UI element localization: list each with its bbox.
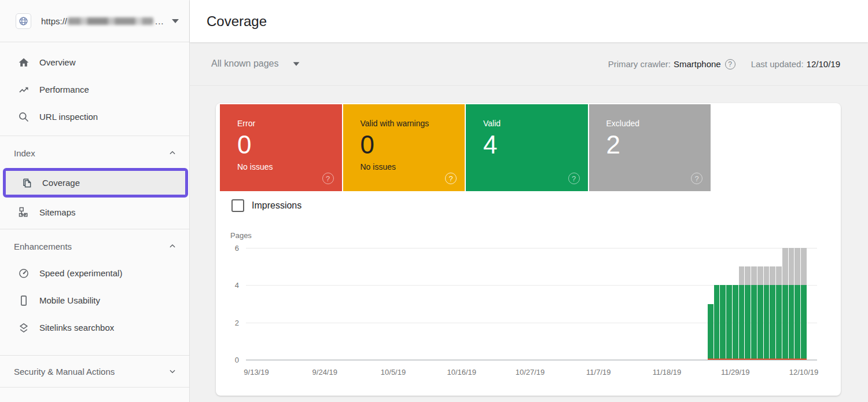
chart-bar-excluded[interactable] <box>782 248 788 285</box>
sidebar: https://... Overview Performance <box>0 0 190 402</box>
sidebar-item-url-inspection[interactable]: URL inspection <box>0 103 189 130</box>
chart-bar-valid[interactable] <box>782 285 788 360</box>
chart-bar-valid[interactable] <box>770 285 775 360</box>
chart-bar-excluded[interactable] <box>757 266 763 285</box>
help-circle-icon[interactable]: ? <box>322 173 334 184</box>
sidebar-item-performance[interactable]: Performance <box>0 76 189 103</box>
chart-bar-excluded[interactable] <box>801 248 807 285</box>
coverage-annotation-box: Coverage <box>3 168 188 198</box>
chart-bar-valid[interactable] <box>714 285 720 360</box>
x-tick-label: 9/13/19 <box>244 368 269 377</box>
status-card-valid-with-warnings[interactable]: Valid with warnings 0 No issues ? <box>343 104 465 191</box>
page-title: Coverage <box>207 13 267 30</box>
chart-bar-valid[interactable] <box>751 285 757 360</box>
performance-icon <box>17 84 30 96</box>
chart-bar-valid[interactable] <box>776 285 782 360</box>
chart-bar-valid[interactable] <box>795 285 800 360</box>
status-card-error[interactable]: Error 0 No issues ? <box>220 104 342 191</box>
property-favicon-box <box>16 13 31 29</box>
property-dropdown-caret-icon[interactable] <box>172 19 179 23</box>
help-circle-icon[interactable]: ? <box>691 173 703 184</box>
card-label: Excluded <box>606 119 711 128</box>
primary-crawler-label: Primary crawler: <box>608 59 671 69</box>
chevron-up-icon <box>168 149 176 159</box>
impressions-checkbox[interactable] <box>231 199 244 212</box>
x-tick-label: 9/24/19 <box>312 368 337 377</box>
page-filter-dropdown[interactable]: All known pages <box>211 59 300 69</box>
sidebar-item-overview[interactable]: Overview <box>0 49 189 76</box>
property-selector[interactable]: https://... <box>0 0 189 42</box>
sidebar-item-sitemaps[interactable]: Sitemaps <box>0 200 189 224</box>
chart-bar-excluded[interactable] <box>789 248 795 285</box>
chart-bar-excluded[interactable] <box>739 266 745 285</box>
chart-bar-excluded[interactable] <box>764 266 770 285</box>
chart-bar-excluded[interactable] <box>745 266 751 285</box>
x-tick-label: 11/7/19 <box>586 368 610 377</box>
sitelinks-layers-icon <box>17 322 30 334</box>
y-tick-label: 0 <box>216 356 239 364</box>
chart-y-axis-title: Pages <box>230 231 252 240</box>
sidebar-item-sitelinks-searchbox[interactable]: Sitelinks searchbox <box>0 314 189 341</box>
sidebar-item-coverage[interactable]: Coverage <box>6 171 185 195</box>
home-icon <box>17 57 30 68</box>
impressions-label: Impressions <box>252 200 301 211</box>
chart-bar-valid[interactable] <box>745 285 751 360</box>
sidebar-item-label: Mobile Usability <box>39 295 100 305</box>
sidebar-section-index: Index Coverage Sitemaps <box>0 136 189 229</box>
sidebar-item-label: URL inspection <box>39 112 98 122</box>
globe-icon <box>19 16 28 26</box>
chart-error-baseline <box>708 359 807 360</box>
chart-y-labels: 6420 <box>216 248 239 360</box>
card-count: 4 <box>483 130 588 160</box>
status-cards: Error 0 No issues ? Valid with warnings … <box>220 104 711 191</box>
sidebar-item-speed[interactable]: Speed (experimental) <box>0 260 189 287</box>
card-label: Error <box>237 119 342 128</box>
sidebar-item-label: Performance <box>39 85 89 94</box>
page-filter-label: All known pages <box>211 59 279 69</box>
chart-bar-excluded[interactable] <box>770 266 775 285</box>
chart-bar-valid[interactable] <box>789 285 795 360</box>
card-label: Valid <box>483 119 588 128</box>
mobile-phone-icon <box>17 295 30 306</box>
help-circle-icon[interactable]: ? <box>725 59 735 70</box>
status-card-excluded[interactable]: Excluded 2 ? <box>589 104 711 191</box>
sidebar-section-enhancements: Enhancements Speed (experimental) Mobile… <box>0 229 189 346</box>
toolbar: All known pages Primary crawler: Smartph… <box>190 42 868 86</box>
card-count: 0 <box>237 130 342 160</box>
primary-crawler-value: Smartphone <box>674 59 721 69</box>
impressions-toggle[interactable]: Impressions <box>231 199 301 212</box>
chart-bar-valid[interactable] <box>708 304 713 360</box>
chart-bar-valid[interactable] <box>764 285 770 360</box>
property-url-prefix: https:// <box>41 16 67 26</box>
chart-bar-valid[interactable] <box>733 285 738 360</box>
chevron-down-icon <box>168 367 176 378</box>
chart-bar-valid[interactable] <box>757 285 763 360</box>
property-url: https://... <box>41 16 164 26</box>
x-tick-label: 11/29/19 <box>721 368 750 377</box>
chart-bar-valid[interactable] <box>739 285 745 360</box>
x-tick-label: 10/5/19 <box>381 368 406 377</box>
chart-bar-excluded[interactable] <box>795 248 800 285</box>
status-card-valid[interactable]: Valid 4 ? <box>466 104 588 191</box>
search-console-coverage-page: https://... Overview Performance <box>0 0 868 402</box>
chart-bar-valid[interactable] <box>801 285 807 360</box>
chart-bar-valid[interactable] <box>726 285 732 360</box>
section-header-security-manual-actions[interactable]: Security & Manual Actions <box>0 356 189 387</box>
content-area: Error 0 No issues ? Valid with warnings … <box>190 86 868 402</box>
section-header-enhancements[interactable]: Enhancements <box>0 233 189 260</box>
section-label: Index <box>14 148 35 158</box>
chart-bar-excluded[interactable] <box>776 266 782 285</box>
chart-bar-valid[interactable] <box>720 285 726 360</box>
x-axis-line <box>246 360 817 360</box>
x-tick-label: 12/10/19 <box>789 368 819 377</box>
sidebar-item-label: Overview <box>39 57 76 67</box>
chart-bar-excluded[interactable] <box>751 266 757 285</box>
card-label: Valid with warnings <box>361 119 465 128</box>
help-circle-icon[interactable]: ? <box>568 173 580 184</box>
search-icon <box>17 111 30 123</box>
section-header-index[interactable]: Index <box>0 140 189 166</box>
sidebar-item-mobile-usability[interactable]: Mobile Usability <box>0 287 189 314</box>
coverage-panel: Error 0 No issues ? Valid with warnings … <box>216 103 841 396</box>
help-circle-icon[interactable]: ? <box>445 173 457 184</box>
card-count: 2 <box>606 130 711 160</box>
